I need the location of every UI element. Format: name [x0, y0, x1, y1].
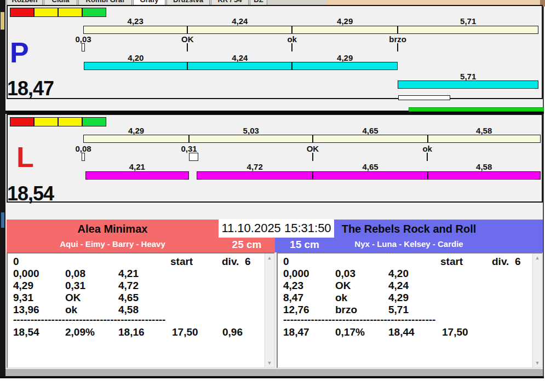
split-label: brzo [389, 34, 406, 44]
split-row-cell: 0,000 [283, 268, 309, 279]
ref-segment-label: 4,29 [337, 16, 353, 26]
run-bar [84, 62, 398, 70]
list-header-start: start [170, 256, 193, 267]
split-row-cell: 4,65 [118, 292, 139, 303]
split-row-cell: OK [335, 280, 351, 291]
lane-panel-l [7, 114, 543, 203]
list-header-index: 0 [13, 256, 19, 267]
scroll-up-icon[interactable]: ▲ [533, 253, 542, 262]
totals-cell: 17,50 [442, 327, 468, 337]
white-progress-bar [398, 95, 450, 100]
datetime-display: 11.10.2025 15:31:50 [219, 219, 334, 238]
status-strip-cell [34, 117, 58, 126]
split-label: OK [307, 144, 319, 153]
scroll-down-icon[interactable]: ▼ [533, 359, 542, 367]
split-row-cell: 4,72 [118, 280, 139, 291]
tab-kombi-graf[interactable]: Kombi Graf [78, 0, 132, 5]
split-row-cell: 4,21 [118, 268, 139, 279]
split-row-cell: 4,20 [388, 268, 409, 279]
split-row-cell: 8,47 [283, 292, 303, 303]
split-tick [291, 43, 292, 51]
totals-cell: 18,54 [13, 327, 39, 337]
lane-p-letter: P [10, 38, 29, 67]
run-segment-label: 4,21 [129, 162, 145, 171]
status-strip-cell [58, 8, 82, 17]
split-label: 0,08 [75, 144, 91, 153]
background-window-fragment [1, 212, 4, 228]
window-footer-bar [5, 369, 543, 376]
background-window-fragment [1, 12, 4, 30]
split-row-cell: 4,29 [388, 292, 409, 303]
split-tick [312, 153, 313, 161]
size-category-left: 25 cm [219, 238, 275, 252]
bar-divider [427, 172, 428, 179]
totals-cell: 18,16 [118, 327, 145, 337]
split-row-cell: 4,23 [283, 280, 303, 291]
status-strip-cell [10, 8, 34, 17]
tab-kr-54[interactable]: KR / 54 [211, 0, 249, 5]
lane-l-total-time: 18,54 [7, 182, 54, 205]
lane-p-total-time: 18,47 [7, 77, 54, 100]
totals-cell: 0,96 [222, 327, 243, 337]
tab-bar: RozbehCidlaKombi GrafGrafyDružstvaKR / 5… [5, 0, 326, 5]
status-strip-cell [58, 117, 82, 126]
split-label: ok [287, 34, 297, 44]
ref-segment-label: 4,58 [476, 126, 492, 135]
split-row-cell: 4,24 [388, 280, 409, 291]
list-separator: ----------------------------------------… [283, 314, 435, 325]
list-header-div: div. 6 [492, 256, 520, 267]
run-segment-label: 4,65 [362, 162, 378, 171]
square-marker [189, 153, 198, 161]
reference-bar [83, 135, 541, 143]
status-strip-cell [82, 117, 106, 126]
window-bottom-border [0, 376, 544, 378]
vertical-scrollbar[interactable]: ▲▼ [532, 253, 542, 367]
tab-rozbeh[interactable]: Rozbeh [7, 0, 43, 5]
splits-list-left[interactable]: 0startdiv. 60,0000,084,214,290,314,729,3… [7, 252, 275, 368]
app-window: RozbehCidlaKombi GrafGrafyDružstvaKR / 5… [0, 0, 545, 392]
status-strip-cell [34, 8, 58, 17]
split-row-cell: 0,31 [65, 280, 85, 291]
ref-segment-label: 5,71 [460, 16, 476, 26]
scroll-up-icon[interactable]: ▲ [265, 253, 274, 262]
run-segment-label: 4,24 [232, 53, 248, 62]
bar-divider [427, 135, 428, 142]
totals-cell: 17,50 [172, 327, 198, 337]
status-strip-cell [82, 8, 106, 17]
list-header-start: start [440, 256, 463, 267]
splits-list-right[interactable]: 0startdiv. 60,0000,034,204,23OK4,248,47o… [277, 252, 543, 368]
tab-cidla[interactable]: Cidla [44, 0, 77, 5]
run-segment-label: 4,72 [247, 162, 263, 171]
size-category-right: 15 cm [275, 238, 334, 252]
bar-divider [187, 62, 188, 70]
run-bar [398, 80, 538, 89]
totals-cell: 2,09% [65, 327, 95, 337]
split-row-cell: 0,000 [13, 268, 39, 279]
bar-divider [188, 135, 190, 142]
split-row-cell: 4,29 [13, 280, 33, 291]
ref-segment-label: 4,29 [128, 126, 144, 135]
vertical-scrollbar[interactable]: ▲▼ [265, 253, 274, 367]
split-row-cell: ok [335, 292, 347, 303]
split-row-cell: 0,08 [65, 268, 85, 279]
reference-bar [83, 26, 538, 34]
start-gate-marker [82, 153, 85, 161]
lane-l-letter: L [16, 143, 34, 171]
ref-segment-label: 4,23 [128, 16, 144, 26]
totals-cell: 18,44 [388, 327, 415, 337]
bar-divider [291, 62, 292, 70]
split-row-cell: 9,31 [13, 292, 33, 303]
split-tick [427, 153, 428, 161]
totals-cell: 18,47 [283, 327, 309, 337]
tab-dru-stva[interactable]: Družstva [167, 0, 210, 5]
split-label: 0,31 [181, 144, 197, 153]
split-tick [397, 43, 398, 51]
scroll-down-icon[interactable]: ▼ [265, 359, 274, 367]
totals-cell: 0,17% [335, 327, 365, 337]
tab-dz[interactable]: DZ [250, 0, 267, 5]
status-strip-cell [10, 117, 34, 126]
tab-grafy[interactable]: Grafy [133, 0, 165, 5]
split-label: ok [422, 144, 432, 153]
run-segment-label: 4,58 [476, 162, 492, 171]
bar-divider [187, 26, 188, 33]
